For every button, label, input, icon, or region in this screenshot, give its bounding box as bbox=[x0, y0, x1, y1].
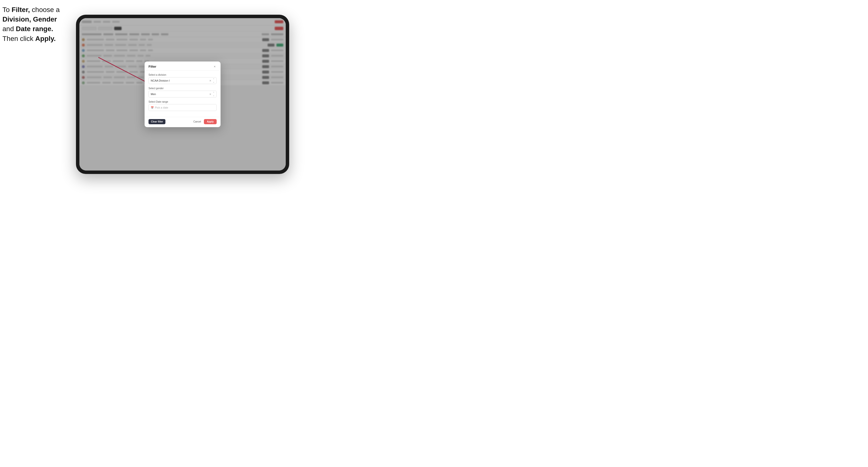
apply-button[interactable]: Apply bbox=[204, 119, 217, 124]
modal-header: Filter × bbox=[145, 62, 221, 70]
filter-modal: Filter × Select a division NCAA Division… bbox=[145, 62, 221, 127]
division-select[interactable]: NCAA Division I NCAA Division II NCAA Di… bbox=[149, 77, 217, 84]
date-label: Select Date range bbox=[149, 100, 217, 103]
division-label: Select a division bbox=[149, 73, 217, 76]
division-select-wrapper: NCAA Division I NCAA Division II NCAA Di… bbox=[149, 77, 217, 84]
modal-title: Filter bbox=[149, 65, 156, 68]
date-range-bold: Date range. bbox=[16, 25, 54, 33]
modal-overlay: Filter × Select a division NCAA Division… bbox=[80, 18, 286, 170]
division-clear-icon[interactable]: ✕ bbox=[209, 80, 211, 82]
gender-select[interactable]: Men Women bbox=[149, 91, 217, 97]
division-gender-bold: Division, Gender bbox=[2, 15, 57, 23]
date-form-group: Select Date range 📅 Pick a date bbox=[149, 100, 217, 111]
tablet-frame: Filter × Select a division NCAA Division… bbox=[76, 15, 289, 174]
gender-select-wrapper: Men Women ✕ ⌃⌄ bbox=[149, 91, 217, 97]
cancel-button[interactable]: Cancel bbox=[192, 119, 203, 124]
clear-filter-button[interactable]: Clear filter bbox=[149, 119, 165, 124]
gender-clear-icon[interactable]: ✕ bbox=[209, 93, 211, 96]
date-input[interactable]: 📅 Pick a date bbox=[149, 104, 217, 111]
gender-form-group: Select gender Men Women ✕ ⌃⌄ bbox=[149, 87, 217, 97]
close-icon[interactable]: × bbox=[213, 64, 217, 68]
gender-label: Select gender bbox=[149, 87, 217, 90]
instruction-text: To Filter, choose a Division, Gender and… bbox=[2, 5, 73, 43]
tablet-screen: Filter × Select a division NCAA Division… bbox=[80, 18, 286, 170]
modal-body: Select a division NCAA Division I NCAA D… bbox=[145, 70, 221, 117]
calendar-icon: 📅 bbox=[151, 106, 154, 109]
date-placeholder: Pick a date bbox=[155, 106, 168, 109]
division-form-group: Select a division NCAA Division I NCAA D… bbox=[149, 73, 217, 84]
modal-footer: Clear filter Cancel Apply bbox=[145, 117, 221, 127]
apply-bold: Apply. bbox=[35, 35, 56, 42]
filter-bold: Filter, bbox=[11, 6, 30, 13]
footer-right: Cancel Apply bbox=[192, 119, 217, 124]
